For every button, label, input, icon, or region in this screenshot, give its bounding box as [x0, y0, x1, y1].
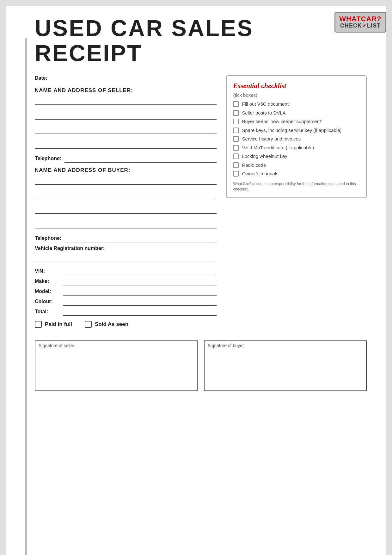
checklist-text-0: Fill out V5C document	[242, 101, 289, 107]
seller-address-line-1	[35, 96, 217, 105]
checklist-tick-note: (tick boxes)	[233, 92, 360, 98]
checklist-item-3[interactable]: Spare keys, including service key (if ap…	[233, 127, 360, 134]
vin-row: VIN:	[35, 267, 217, 275]
checklist-checkbox-3[interactable]	[233, 128, 239, 133]
seller-address-line-2	[35, 111, 217, 120]
checklist-item-8[interactable]: Owner's manuals	[233, 171, 360, 177]
checklist-item-2[interactable]: Buyer keeps 'new keeper supplement'	[233, 118, 360, 125]
make-label: Make:	[35, 278, 60, 284]
checklist-text-6: Locking wheelnut key	[242, 153, 287, 159]
main-content: USED CAR SALES RECEIPT Date: NAME AND AD…	[6, 6, 386, 404]
model-line	[63, 287, 217, 296]
date-row: Date:	[35, 75, 217, 81]
paid-in-full-item[interactable]: Paid in full	[35, 321, 72, 328]
total-row: Total:	[35, 308, 217, 316]
two-column-layout: Date: NAME AND ADDRESS OF SELLER: Teleph…	[35, 75, 367, 334]
checklist-text-8: Owner's manuals	[242, 171, 278, 177]
total-label: Total:	[35, 309, 60, 315]
checklist-checkbox-1[interactable]	[233, 110, 239, 116]
seller-telephone-line	[64, 154, 217, 163]
checklist-text-3: Spare keys, including service key (if ap…	[242, 127, 341, 134]
buyer-address-line-1	[35, 176, 217, 185]
buyer-signature-box: Signature of buyer	[204, 340, 367, 391]
buyer-section-label: NAME AND ADDRESS OF BUYER:	[35, 167, 217, 173]
checklist-item-5[interactable]: Valid MoT certificate (if applicable)	[233, 145, 360, 151]
checklist-text-1: Seller posts to DVLA	[242, 110, 285, 116]
date-label: Date:	[35, 75, 217, 81]
checklist-text-7: Radio code	[242, 162, 266, 168]
checklist-text-2: Buyer keeps 'new keeper supplement'	[242, 118, 322, 125]
checklist-checkbox-5[interactable]	[233, 145, 239, 151]
checkbox-row: Paid in full Sold As seen	[35, 321, 217, 328]
total-line	[63, 308, 217, 316]
signature-section: Signature of seller Signature of buyer	[35, 340, 367, 391]
seller-signature-label: Signature of seller	[35, 341, 77, 350]
seller-section-label: NAME AND ADDRESS OF SELLER:	[35, 87, 217, 94]
checklist-checkbox-0[interactable]	[233, 101, 239, 107]
page-title: USED CAR SALES RECEIPT	[35, 16, 367, 66]
checklist-checkbox-8[interactable]	[233, 171, 239, 177]
checklist-text-4: Service history and invoices	[242, 136, 301, 142]
checklist-item-0[interactable]: Fill out V5C document	[233, 101, 360, 107]
checklist-item-4[interactable]: Service history and invoices	[233, 136, 360, 142]
checklist-disclaimer: What Car? assumes no responsibility for …	[233, 181, 360, 192]
left-column: Date: NAME AND ADDRESS OF SELLER: Teleph…	[35, 75, 217, 334]
colour-line	[63, 297, 217, 306]
buyer-address-line-3	[35, 205, 217, 214]
checklist-checkbox-4[interactable]	[233, 136, 239, 142]
seller-telephone-row: Telephone:	[35, 154, 217, 163]
colour-label: Colour:	[35, 299, 60, 304]
seller-address-line-4	[35, 140, 217, 149]
paid-in-full-checkbox[interactable]	[35, 321, 42, 328]
buyer-telephone-row: Telephone:	[35, 234, 217, 242]
sold-as-seen-checkbox[interactable]	[85, 321, 92, 328]
buyer-telephone-line	[64, 234, 217, 242]
checklist-checkbox-6[interactable]	[233, 153, 239, 159]
seller-address-line-3	[35, 125, 217, 134]
vin-line	[63, 267, 217, 275]
buyer-signature-label: Signature of buyer	[205, 341, 247, 350]
checklist-text-5: Valid MoT certificate (if applicable)	[242, 145, 314, 151]
checklist-checkbox-7[interactable]	[233, 162, 239, 168]
model-row: Model:	[35, 287, 217, 296]
checklist-checkbox-2[interactable]	[233, 119, 239, 124]
checklist-item-1[interactable]: Seller posts to DVLA	[233, 110, 360, 116]
buyer-telephone-label: Telephone:	[35, 235, 61, 241]
right-column: Essential checklist (tick boxes) Fill ou…	[226, 75, 367, 198]
checklist-box: Essential checklist (tick boxes) Fill ou…	[226, 75, 367, 198]
checklist-item-6[interactable]: Locking wheelnut key	[233, 153, 360, 159]
checklist-title: Essential checklist	[233, 82, 360, 90]
page: WHATCAR? CHECK✓LIST USED CAR SALES RECEI…	[6, 6, 386, 555]
buyer-address-line-2	[35, 190, 217, 199]
vin-label: VIN:	[35, 268, 60, 274]
make-line	[63, 277, 217, 285]
paid-in-full-label: Paid in full	[45, 321, 72, 327]
checklist-item-7[interactable]: Radio code	[233, 162, 360, 168]
seller-signature-box: Signature of seller	[35, 340, 198, 391]
sold-as-seen-item[interactable]: Sold As seen	[85, 321, 128, 328]
seller-telephone-label: Telephone:	[35, 156, 61, 161]
registration-line	[35, 253, 217, 261]
sold-as-seen-label: Sold As seen	[95, 321, 128, 327]
colour-row: Colour:	[35, 297, 217, 306]
registration-label: Vehicle Registration number:	[35, 246, 217, 251]
make-row: Make:	[35, 277, 217, 285]
model-label: Model:	[35, 289, 60, 294]
buyer-address-line-4	[35, 220, 217, 228]
